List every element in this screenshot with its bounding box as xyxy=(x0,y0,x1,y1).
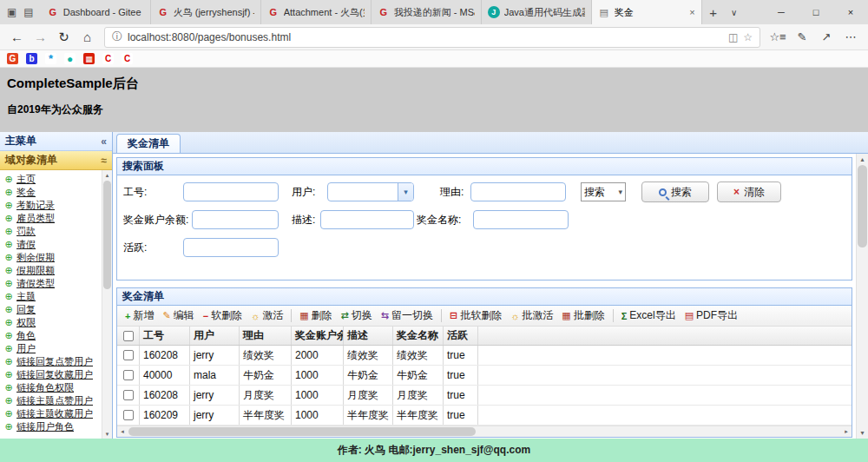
bonus-name-input[interactable] xyxy=(473,210,569,229)
browser-tab-dashboard[interactable]: G Dashboard - Gitee xyxy=(41,0,151,24)
combo-arrow-icon[interactable]: ▾ xyxy=(398,183,413,201)
scroll-down-icon[interactable]: ▾ xyxy=(857,427,868,439)
sidebar-item-link-role-permission[interactable]: ⊕链接角色权限 xyxy=(3,381,102,394)
activate-button[interactable]: ☼激活 xyxy=(247,307,287,325)
sidebar-item-attendance[interactable]: ⊕考勤记录 xyxy=(3,199,102,212)
browser-tab-attachment[interactable]: G Attachment - 火鸟(第三 xyxy=(261,0,372,24)
more-options-icon[interactable]: ⋯ xyxy=(838,26,863,49)
select-all-checkbox[interactable] xyxy=(123,331,134,341)
sidebar-item-role[interactable]: ⊕角色 xyxy=(3,329,102,342)
table-row[interactable]: 40000 mala 牛奶金 1000 牛奶金 牛奶金 true xyxy=(117,366,852,386)
column-header-description[interactable]: 描述 xyxy=(344,327,393,345)
tab-preview-icon[interactable]: ▣ xyxy=(7,6,16,18)
sidebar-item-employee-type[interactable]: ⊕雇员类型 xyxy=(3,212,102,225)
scroll-up-icon[interactable]: ▴ xyxy=(102,170,112,180)
browser-tab-generator[interactable]: J Java通用代码生成器光 xyxy=(482,0,592,24)
tab-close-icon[interactable]: × xyxy=(689,7,694,17)
delete-button[interactable]: ▦删除 xyxy=(295,307,336,325)
scroll-down-icon[interactable]: ▾ xyxy=(102,429,112,439)
favorite-icon[interactable]: C xyxy=(122,53,133,64)
sidebar-item-topic[interactable]: ⊕主题 xyxy=(3,290,102,303)
soft-delete-button[interactable]: −软删除 xyxy=(199,307,247,325)
column-header-emp-no[interactable]: 工号 xyxy=(140,327,190,345)
row-checkbox[interactable] xyxy=(123,370,134,380)
clear-button[interactable]: × 清除 xyxy=(717,182,781,202)
search-button[interactable]: 搜索 xyxy=(641,182,709,202)
favorite-icon[interactable]: * xyxy=(45,53,56,64)
home-icon[interactable]: ⌂ xyxy=(76,26,99,49)
batch-delete-button[interactable]: ▦批删除 xyxy=(557,307,608,325)
table-row[interactable]: 160208 jerry 绩效奖 2000 绩效奖 绩效奖 true xyxy=(117,346,852,366)
accordion-tool-icon[interactable]: ≈ xyxy=(101,155,107,167)
scrollbar-thumb[interactable] xyxy=(103,181,111,289)
set-aside-tabs-icon[interactable]: ▤ xyxy=(23,6,33,18)
browser-tab-huoniao[interactable]: G 火鸟 (jerryshensjf) - Git xyxy=(151,0,261,24)
sidebar-item-link-topic-fav-user[interactable]: ⊕链接主题收藏用户 xyxy=(3,407,102,420)
pdf-export-button[interactable]: ▤PDF导出 xyxy=(681,307,742,325)
scroll-left-icon[interactable]: ◂ xyxy=(117,426,128,437)
favorite-icon[interactable]: C xyxy=(102,53,114,64)
refresh-icon[interactable]: ↻ xyxy=(52,26,76,49)
row-checkbox[interactable] xyxy=(123,350,134,360)
edit-button[interactable]: ✎编辑 xyxy=(158,307,198,325)
batch-activate-button[interactable]: ☼批激活 xyxy=(506,307,557,325)
reading-view-icon[interactable]: ◫ xyxy=(728,31,738,43)
address-bar[interactable]: ⓘ localhost:8080/pages/bonuses.html ◫ ☆ xyxy=(104,27,760,48)
ink-pen-icon[interactable]: ✎ xyxy=(790,26,814,49)
scrollbar-thumb[interactable] xyxy=(128,427,476,436)
search-mode-select[interactable]: 搜索 ▾ xyxy=(581,182,626,201)
favorite-icon[interactable]: ● xyxy=(64,53,76,64)
sidebar-item-permission[interactable]: ⊕权限 xyxy=(3,316,102,329)
toggle-keep-one-button[interactable]: ⇆留一切换 xyxy=(377,307,437,325)
sidebar-item-link-reply-fav-user[interactable]: ⊕链接回复收藏用户 xyxy=(3,368,102,381)
row-checkbox[interactable] xyxy=(123,390,134,400)
column-header-reason[interactable]: 理由 xyxy=(240,327,292,345)
forward-icon[interactable]: → xyxy=(29,26,52,49)
minimize-button[interactable]: ─ xyxy=(764,0,799,24)
excel-export-button[interactable]: ΣExcel导出 xyxy=(617,307,681,325)
sidebar-item-leave-type[interactable]: ⊕请假类型 xyxy=(3,277,102,290)
add-favorite-star-icon[interactable]: ☆ xyxy=(743,31,753,43)
tab-bonus-list[interactable]: 奖金清单 xyxy=(116,134,181,153)
scroll-right-icon[interactable]: ▸ xyxy=(841,426,852,437)
browser-tab-news[interactable]: G 我投递的新闻 - MS&A( xyxy=(372,0,482,24)
favorite-icon[interactable]: ▦ xyxy=(83,53,95,64)
scrollbar-thumb[interactable] xyxy=(858,165,867,248)
browser-tab-bonus-active[interactable]: ▤ 奖金 × xyxy=(592,0,702,24)
column-header-bonus-name[interactable]: 奖金名称 xyxy=(393,327,444,345)
user-combobox[interactable]: ▾ xyxy=(327,182,414,201)
sidebar-item-link-reply-like-user[interactable]: ⊕链接回复点赞用户 xyxy=(3,355,102,368)
balance-input[interactable] xyxy=(192,210,279,229)
emp-no-input[interactable] xyxy=(183,182,279,201)
grid-horizontal-scrollbar[interactable]: ◂ ▸ xyxy=(117,426,852,437)
add-button[interactable]: +新增 xyxy=(121,307,158,325)
sidebar-item-remaining-leave[interactable]: ⊕剩余假期 xyxy=(3,251,102,264)
tab-list-arrow[interactable]: ∨ xyxy=(725,0,744,24)
maximize-button[interactable]: □ xyxy=(799,0,833,24)
close-button[interactable]: × xyxy=(833,0,868,24)
sidebar-item-fine[interactable]: ⊕罚款 xyxy=(3,225,102,238)
sidebar-item-link-topic-like-user[interactable]: ⊕链接主题点赞用户 xyxy=(3,394,102,407)
batch-soft-delete-button[interactable]: ⊟批软删除 xyxy=(445,307,506,325)
sidebar-item-home[interactable]: ⊕主页 xyxy=(3,173,102,186)
sidebar-item-leave[interactable]: ⊕请假 xyxy=(3,238,102,251)
sidebar-item-reply[interactable]: ⊕回复 xyxy=(3,303,102,316)
scroll-up-icon[interactable]: ▴ xyxy=(857,154,868,165)
column-header-active[interactable]: 活跃 xyxy=(444,327,478,345)
back-icon[interactable]: ← xyxy=(5,26,29,49)
toggle-button[interactable]: ⇄切换 xyxy=(337,307,377,325)
favorite-gitee-icon[interactable]: G xyxy=(7,53,18,64)
active-input[interactable] xyxy=(183,238,279,257)
collapse-sidebar-icon[interactable]: « xyxy=(101,135,107,148)
user-combo-input[interactable] xyxy=(328,183,398,201)
main-vertical-scrollbar[interactable]: ▴ ▾ xyxy=(856,154,868,439)
reason-input[interactable] xyxy=(470,182,566,201)
sidebar-item-user[interactable]: ⊕用户 xyxy=(3,342,102,355)
column-header-user[interactable]: 用户 xyxy=(190,327,240,345)
description-input[interactable] xyxy=(320,210,414,229)
site-info-icon[interactable]: ⓘ xyxy=(112,30,122,44)
table-row[interactable]: 160209 jerry 半年度奖 1000 半年度奖 半年度奖 true xyxy=(117,406,852,426)
new-tab-button[interactable]: + xyxy=(702,0,725,24)
accordion-header-domain-objects[interactable]: 域对象清单 ≈ xyxy=(0,151,112,170)
share-icon[interactable]: ↗ xyxy=(814,26,838,49)
